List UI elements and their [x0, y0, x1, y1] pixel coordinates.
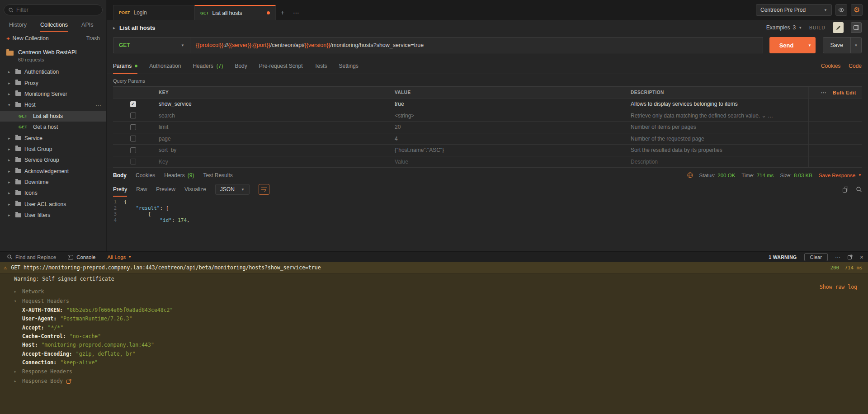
console-request-entry[interactable]: ⚠ GET https://monitoring-preprod.company…	[0, 262, 868, 273]
param-value-cell[interactable]: Value	[389, 156, 625, 168]
param-value-cell[interactable]: {"host.name":"ASC"}	[389, 145, 625, 156]
row-checkbox[interactable]: ✓	[130, 101, 136, 107]
environment-quick-look-button[interactable]	[835, 4, 847, 16]
show-raw-log-link[interactable]: Show raw log	[820, 284, 857, 290]
copy-icon[interactable]	[843, 187, 848, 193]
sidebar-request-get-a-host[interactable]: GETGet a host	[0, 122, 106, 132]
examples-dropdown[interactable]: Examples 3 ▼	[766, 24, 802, 31]
tab-settings[interactable]: Settings	[339, 58, 359, 74]
param-key-cell[interactable]: page	[153, 133, 389, 145]
sidebar-folder-host-group[interactable]: ▸Host Group	[0, 144, 106, 155]
param-description-cell[interactable]: Allows to display services belonging to …	[625, 99, 808, 110]
save-response-button[interactable]: Save Response▼	[819, 173, 862, 178]
tab-params[interactable]: Params	[113, 58, 137, 74]
param-description-cell[interactable]: Description	[625, 156, 808, 168]
search-icon[interactable]	[856, 187, 862, 192]
sidebar-folder-authentication[interactable]: ▸Authentication	[0, 66, 106, 77]
log-filter-dropdown[interactable]: All Logs ▼	[107, 254, 132, 260]
sidebar-folder-user-filters[interactable]: ▸User filters	[0, 210, 106, 221]
layout-toggle-button[interactable]	[851, 22, 862, 33]
response-tab-headers[interactable]: Headers(9)	[164, 172, 194, 179]
sidebar-folder-downtime[interactable]: ▸Downtime	[0, 177, 106, 188]
request-tab-list-all-hosts[interactable]: GET List all hosts	[194, 5, 276, 20]
settings-button[interactable]: ⚙	[851, 4, 863, 16]
code-link[interactable]: Code	[849, 63, 862, 69]
tab-collections[interactable]: Collections	[40, 18, 68, 32]
environment-selector[interactable]: Centreon Pre Prod ▼	[756, 4, 832, 16]
param-key-cell[interactable]: search	[153, 110, 389, 122]
param-value-cell[interactable]: 4	[389, 133, 625, 145]
send-button[interactable]: Send	[769, 37, 804, 53]
row-checkbox[interactable]	[130, 147, 136, 153]
sidebar-request-list-all-hosts[interactable]: GETList all hosts	[0, 111, 106, 122]
param-key-cell[interactable]: show_service	[153, 99, 389, 110]
sidebar-folder-monitoring-server[interactable]: ▸Monitoring Server	[0, 89, 106, 99]
method-dropdown[interactable]: GET ▼	[113, 37, 190, 53]
response-tab-body[interactable]: Body	[113, 172, 127, 179]
save-options-caret[interactable]: ▼	[850, 38, 861, 53]
edit-mode-button[interactable]	[833, 22, 844, 33]
collection-item[interactable]: Centreon Web RestAPI 60 requests	[0, 45, 106, 66]
tab-body[interactable]: Body	[235, 58, 247, 74]
row-checkbox[interactable]	[130, 159, 136, 165]
sidebar-folder-icons[interactable]: ▸Icons	[0, 188, 106, 198]
open-in-new-window-icon[interactable]	[848, 254, 853, 259]
save-button[interactable]: Save	[823, 38, 851, 53]
chevron-right-icon[interactable]: ▸	[113, 25, 115, 30]
param-value-cell[interactable]: true	[389, 99, 625, 110]
param-key-cell[interactable]: sort_by	[153, 145, 389, 156]
format-dropdown[interactable]: JSON▼	[215, 184, 250, 195]
sidebar-folder-host[interactable]: ▾Host⋯	[0, 99, 106, 110]
console-toggle-button[interactable]: Console	[68, 254, 95, 260]
cookies-link[interactable]: Cookies	[821, 63, 840, 69]
sidebar-folder-proxy[interactable]: ▸Proxy	[0, 77, 106, 88]
request-tab-login[interactable]: POST Login	[113, 5, 194, 20]
find-and-replace-button[interactable]: Find and Replace	[7, 254, 56, 260]
close-icon[interactable]: ×	[860, 254, 863, 261]
tab-pre-request-script[interactable]: Pre-request Script	[259, 58, 303, 74]
param-description-cell[interactable]: Number of the requested page	[625, 133, 808, 145]
tab-headers[interactable]: Headers(7)	[193, 58, 223, 74]
view-tab-pretty[interactable]: Pretty	[113, 182, 127, 197]
param-description-cell[interactable]: Sort the resulted data by its properties	[625, 145, 808, 156]
trash-link[interactable]: Trash	[86, 35, 100, 42]
console-section-request-headers[interactable]: ▾ Request Headers	[0, 296, 868, 306]
tab-options-button[interactable]: ⋯	[289, 5, 303, 20]
sidebar-folder-acknowledgement[interactable]: ▸Acknowledgement	[0, 166, 106, 177]
param-key-cell[interactable]: limit	[153, 122, 389, 133]
view-tab-visualize[interactable]: Visualize	[184, 182, 206, 197]
more-options-icon[interactable]: ⋯	[821, 89, 826, 96]
tab-history[interactable]: History	[9, 18, 27, 32]
tab-tests[interactable]: Tests	[314, 58, 327, 74]
filter-input[interactable]	[16, 7, 98, 13]
row-checkbox[interactable]	[130, 124, 136, 130]
param-value-cell[interactable]: <string>	[389, 110, 625, 122]
param-key-cell[interactable]: Key	[153, 156, 389, 168]
console-section-response-headers[interactable]: ▸ Response Headers	[0, 367, 868, 376]
external-link-icon[interactable]	[66, 379, 71, 384]
console-section-response-body[interactable]: ▸ Response Body	[0, 376, 868, 386]
response-tab-test-results[interactable]: Test Results	[203, 172, 232, 179]
sidebar-filter[interactable]	[4, 5, 103, 15]
param-description-cell[interactable]: Retrieve only data matching the defined …	[625, 110, 808, 122]
row-checkbox[interactable]	[130, 113, 136, 118]
sidebar-folder-service-group[interactable]: ▸Service Group	[0, 155, 106, 165]
response-body-viewer[interactable]: 1{ 2 "result": [ 3 { 4 "id": 174,	[107, 197, 868, 251]
view-tab-preview[interactable]: Preview	[156, 182, 175, 197]
new-tab-button[interactable]: +	[276, 5, 289, 20]
console-options-icon[interactable]: ⋯	[835, 254, 840, 260]
new-collection-button[interactable]: + New Collection	[6, 35, 49, 42]
bulk-edit-link[interactable]: Bulk Edit	[833, 90, 856, 95]
clear-console-button[interactable]: Clear	[804, 253, 828, 261]
row-checkbox[interactable]	[130, 136, 136, 141]
sidebar-folder-user-acl-actions[interactable]: ▸User ACL actions	[0, 199, 106, 210]
send-options-caret[interactable]: ▼	[804, 37, 816, 53]
url-input[interactable]: {{protocol}}://{{server}}:{{port}}/centr…	[190, 37, 763, 53]
response-tab-cookies[interactable]: Cookies	[136, 172, 155, 179]
more-options-icon[interactable]: ⋯	[95, 102, 102, 108]
tab-apis[interactable]: APIs	[81, 18, 93, 32]
view-tab-raw[interactable]: Raw	[136, 182, 147, 197]
tab-authorization[interactable]: Authorization	[149, 58, 181, 74]
param-description-cell[interactable]: Number of items per pages	[625, 122, 808, 133]
sidebar-folder-service[interactable]: ▸Service	[0, 132, 106, 143]
